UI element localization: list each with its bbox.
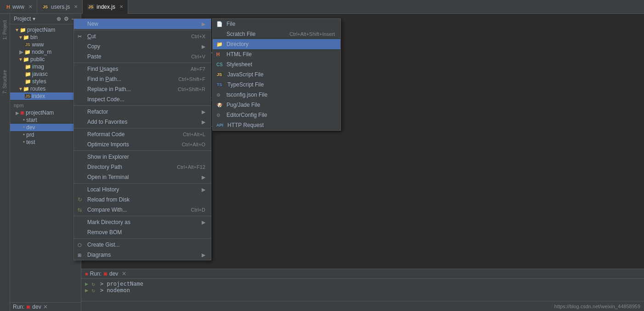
reload-icon: ↻	[78, 196, 85, 203]
submenu-scratch-label: Scratch File	[226, 31, 255, 37]
file-icon: 📄	[216, 21, 224, 27]
menu-item-show-explorer[interactable]: Show in Explorer	[74, 152, 211, 162]
menu-item-find-usages[interactable]: Find Usages Alt+F7	[74, 64, 211, 74]
menu-item-find-path[interactable]: Find in Path... Ctrl+Shift+F	[74, 74, 211, 84]
tree-node-modules[interactable]: ▶ 📁 node_m	[10, 48, 81, 56]
menu-remove-bom-label: Remove BOM	[87, 229, 122, 236]
menu-item-local-history[interactable]: Local History ▶	[74, 184, 211, 195]
settings-icon[interactable]: ⚙	[64, 16, 69, 22]
submenu-directory[interactable]: 📁 Directory	[213, 39, 340, 49]
npm-start[interactable]: • start	[10, 116, 81, 124]
submenu-html[interactable]: H HTML File	[213, 49, 340, 59]
menu-item-new[interactable]: New ▶	[74, 19, 211, 29]
menu-item-favorites[interactable]: Add to Favorites ▶	[74, 117, 211, 127]
sep6	[74, 183, 211, 184]
project-icon[interactable]: 1: Project	[2, 20, 7, 40]
menu-item-terminal[interactable]: Open in Terminal ▶	[74, 172, 211, 182]
menu-item-compare[interactable]: ⇆ Compare With... Ctrl+D	[74, 205, 211, 215]
tree-public[interactable]: ▾ 📁 public	[10, 56, 81, 63]
sep7	[74, 216, 211, 216]
submenu-editorconfig[interactable]: ⚙ EditorConfig File	[213, 110, 340, 120]
tab-index-close[interactable]: ✕	[119, 4, 123, 9]
run-panel-title: Run:	[90, 271, 102, 277]
menu-item-copy[interactable]: Copy ▶	[74, 41, 211, 52]
menu-item-remove-bom[interactable]: Remove BOM	[74, 227, 211, 237]
dir-path-shortcut: Ctrl+Alt+F12	[177, 164, 205, 170]
refactor-arrow: ▶	[202, 109, 205, 115]
tree-images[interactable]: 📁 imag	[10, 63, 81, 70]
tree-root[interactable]: ▾ 📁 projectNam	[10, 26, 81, 34]
menu-optimize-label: Optimize Imports	[87, 141, 129, 148]
diagrams-arrow: ▶	[202, 252, 205, 258]
submenu-http[interactable]: API HTTP Request	[213, 120, 340, 130]
submenu-typescript-label: TypeScript File	[227, 81, 264, 88]
menu-item-paste[interactable]: Paste Ctrl+V	[74, 52, 211, 62]
run-stop-icon[interactable]: ■	[85, 271, 88, 276]
tree-www[interactable]: JS www	[10, 41, 81, 48]
submenu-scratch[interactable]: Scratch File Ctrl+Alt+Shift+Insert	[213, 29, 340, 39]
submenu-stylesheet-label: Stylesheet	[226, 61, 252, 68]
tree-bin[interactable]: ▾ 📁 bin	[10, 34, 81, 41]
run-panel-close[interactable]: ✕	[122, 271, 126, 277]
project-tree: ▾ 📁 projectNam ▾ 📁 bin JS www ▶ 📁	[10, 24, 81, 302]
menu-item-mark-dir[interactable]: Mark Directory as ▶	[74, 217, 211, 227]
npm-prd[interactable]: • prd	[10, 131, 81, 138]
status-bar: https://blog.csdn.net/weixin_44858959	[81, 301, 644, 311]
submenu-pug[interactable]: 🐶 Pug/Jade File	[213, 100, 340, 110]
compare-icon: ⇆	[78, 207, 85, 213]
menu-item-reformat[interactable]: Reformat Code Ctrl+Alt+L	[74, 129, 211, 139]
submenu-tsconfig[interactable]: ⚙ tsconfig.json File	[213, 90, 340, 100]
menu-item-cut[interactable]: ✂ Cut Ctrl+X	[74, 31, 211, 41]
optimize-shortcut: Ctrl+Alt+O	[182, 142, 205, 147]
mark-dir-arrow: ▶	[202, 219, 205, 225]
npm-dev[interactable]: • dev	[10, 124, 81, 131]
submenu-javascript[interactable]: JS JavaScript File	[213, 69, 340, 80]
tab-www[interactable]: H www ✕	[2, 0, 37, 14]
ts-file-icon: TS	[216, 82, 224, 87]
menu-item-dir-path[interactable]: Directory Path Ctrl+Alt+F12	[74, 162, 211, 172]
tree-javascripts[interactable]: 📁 javasc	[10, 70, 81, 78]
submenu-stylesheet[interactable]: CS Stylesheet	[213, 59, 340, 69]
menu-item-refactor[interactable]: Refactor ▶	[74, 107, 211, 117]
tab-www-close[interactable]: ✕	[28, 4, 32, 9]
menu-item-diagrams[interactable]: ⊞ Diagrams ▶	[74, 250, 211, 260]
menu-item-inspect-code[interactable]: Inspect Code...	[74, 94, 211, 104]
run-label: Run:	[13, 304, 24, 310]
menu-item-replace-path[interactable]: Replace in Path... Ctrl+Shift+R	[74, 84, 211, 94]
new-submenu: 📄 File Scratch File Ctrl+Alt+Shift+Inser…	[212, 18, 341, 131]
terminal-arrow: ▶	[202, 174, 205, 180]
index-label: index	[32, 93, 45, 99]
submenu-tsconfig-label: tsconfig.json File	[226, 92, 267, 98]
tree-index[interactable]: JS index	[10, 92, 81, 100]
tab-users-js[interactable]: JS users.js ✕	[37, 0, 83, 14]
submenu-typescript[interactable]: TS TypeScript File	[213, 80, 340, 90]
menu-show-explorer-label: Show in Explorer	[87, 154, 129, 160]
structure-icon[interactable]: 7: Structure	[2, 70, 7, 94]
copy-arrow: ▶	[202, 44, 205, 50]
submenu-pug-label: Pug/Jade File	[226, 102, 260, 108]
npm-label: npm	[10, 102, 81, 109]
npm-test[interactable]: • test	[10, 138, 81, 146]
html-file-icon: H	[6, 4, 10, 10]
submenu-file[interactable]: 📄 File	[213, 19, 340, 29]
menu-item-optimize[interactable]: Optimize Imports Ctrl+Alt+O	[74, 139, 211, 150]
globe-icon[interactable]: ⊕	[56, 16, 61, 22]
js-file-icon: JS	[216, 72, 224, 77]
tab-index-js[interactable]: JS index.js ✕	[83, 0, 128, 14]
menu-find-path-label: Find in Path...	[87, 76, 121, 82]
tree-routes[interactable]: ▾ 📁 routes	[10, 85, 81, 92]
submenu-editorconfig-label: EditorConfig File	[226, 112, 267, 118]
menu-dir-path-label: Directory Path	[87, 164, 122, 170]
run-close[interactable]: ✕	[43, 304, 48, 310]
menu-item-reload[interactable]: ↻ Reload from Disk	[74, 195, 211, 205]
tab-users-close[interactable]: ✕	[74, 4, 78, 9]
directory-icon: 📁	[216, 41, 224, 47]
project-header: Project ▾ ⊕ ⚙ —	[10, 14, 81, 24]
tree-npm-root[interactable]: ▶ ▣ projectNam	[10, 109, 81, 116]
javascripts-label: javasc	[32, 71, 48, 77]
menu-item-create-gist[interactable]: ⬡ Create Gist...	[74, 240, 211, 250]
run-panel-header: ■ Run: ▣ dev ✕	[81, 269, 644, 279]
tree-stylesheets[interactable]: 📁 styles	[10, 78, 81, 85]
compare-shortcut: Ctrl+D	[191, 207, 205, 213]
sep2	[74, 63, 211, 63]
